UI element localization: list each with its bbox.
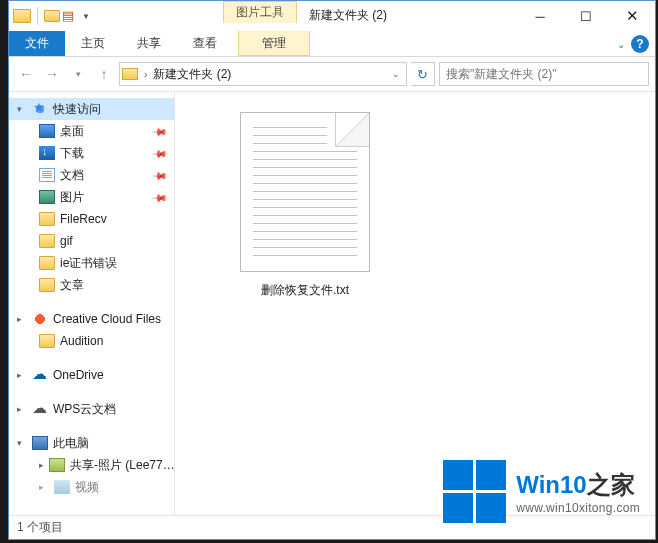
recent-dropdown[interactable]: ▾	[67, 63, 89, 85]
document-icon	[39, 168, 55, 182]
back-button[interactable]: ←	[15, 63, 37, 85]
item-count: 1 个项目	[17, 519, 63, 536]
file-tab[interactable]: 文件	[9, 31, 65, 56]
file-item[interactable]: 删除恢复文件.txt	[225, 112, 385, 299]
ribbon-expand-chevron[interactable]: ⌄	[617, 39, 625, 50]
pin-icon: 📌	[152, 145, 168, 161]
tree-creative-cloud[interactable]: ▸Creative Cloud Files	[9, 308, 174, 330]
pin-icon: 📌	[152, 189, 168, 205]
tree-label: 桌面	[60, 123, 84, 140]
tree-label: ie证书错误	[60, 255, 117, 272]
tree-label: 快速访问	[53, 101, 101, 118]
search-input[interactable]	[439, 62, 649, 86]
forward-button[interactable]: →	[41, 63, 63, 85]
manage-tab[interactable]: 管理	[238, 31, 310, 56]
tree-label: 图片	[60, 189, 84, 206]
maximize-button[interactable]: ☐	[563, 1, 609, 31]
ribbon: 文件 主页 共享 查看 管理 ⌄ ?	[9, 31, 655, 57]
folder-icon	[39, 256, 55, 270]
tree-label: OneDrive	[53, 368, 104, 382]
tree-label: 此电脑	[53, 435, 89, 452]
tree-wps[interactable]: ▸WPS云文档	[9, 398, 174, 420]
txt-file-icon	[240, 112, 370, 272]
file-name: 删除恢复文件.txt	[261, 282, 349, 299]
tree-label: FileRecv	[60, 212, 107, 226]
tree-label: WPS云文档	[53, 401, 116, 418]
tree-label: 视频	[75, 479, 99, 496]
tree-label: gif	[60, 234, 73, 248]
chevron-right-icon[interactable]: ▸	[17, 370, 27, 380]
qat-properties-button[interactable]	[44, 10, 60, 22]
tree-documents[interactable]: 文档📌	[9, 164, 174, 186]
home-tab[interactable]: 主页	[65, 31, 121, 56]
tree-label: Audition	[60, 334, 103, 348]
qat-customize-chevron[interactable]: ▼	[82, 12, 90, 21]
qat-separator	[37, 7, 38, 25]
titlebar: ▤ ▼ 图片工具 新建文件夹 (2) ─ ☐ ✕	[9, 1, 655, 31]
pc-icon	[32, 436, 48, 450]
tree-label: 共享-照片 (Lee77…	[70, 457, 175, 474]
tree-shared-photos[interactable]: ▸共享-照片 (Lee77…	[9, 454, 174, 476]
help-icon[interactable]: ?	[631, 35, 649, 53]
chevron-down-icon[interactable]: ▾	[17, 104, 27, 114]
folder-icon	[39, 334, 55, 348]
tree-iecert[interactable]: ie证书错误	[9, 252, 174, 274]
up-button[interactable]: ↑	[93, 63, 115, 85]
explorer-window: ▤ ▼ 图片工具 新建文件夹 (2) ─ ☐ ✕ 文件 主页 共享 查看 管理 …	[8, 0, 656, 540]
tree-label: 文章	[60, 277, 84, 294]
folder-icon	[39, 212, 55, 226]
video-icon	[54, 480, 70, 494]
close-button[interactable]: ✕	[609, 1, 655, 31]
share-tab[interactable]: 共享	[121, 31, 177, 56]
tree-desktop[interactable]: 桌面📌	[9, 120, 174, 142]
chevron-right-icon[interactable]: ▸	[17, 404, 27, 414]
app-icon[interactable]	[13, 9, 31, 23]
tree-label: Creative Cloud Files	[53, 312, 161, 326]
minimize-button[interactable]: ─	[517, 1, 563, 31]
onedrive-icon	[32, 368, 48, 382]
pin-icon: 📌	[152, 123, 168, 139]
watermark: Win10之家 www.win10xitong.com	[443, 460, 640, 523]
content-area[interactable]: 删除恢复文件.txt	[175, 92, 655, 515]
window-controls: ─ ☐ ✕	[517, 1, 655, 31]
breadcrumb-sep-icon[interactable]: ›	[144, 69, 147, 80]
star-icon	[32, 102, 48, 116]
tree-this-pc[interactable]: ▾此电脑	[9, 432, 174, 454]
shared-icon	[49, 458, 65, 472]
body: ▾快速访问 桌面📌 下载📌 文档📌 图片📌 FileRecv gif ie证书错…	[9, 92, 655, 515]
tree-quick-access[interactable]: ▾快速访问	[9, 98, 174, 120]
watermark-url: www.win10xitong.com	[516, 501, 640, 515]
address-bar[interactable]: › 新建文件夹 (2) ⌄	[119, 62, 407, 86]
creative-cloud-icon	[32, 312, 48, 326]
tree-filerecv[interactable]: FileRecv	[9, 208, 174, 230]
tree-pictures[interactable]: 图片📌	[9, 186, 174, 208]
chevron-right-icon[interactable]: ▸	[39, 460, 44, 470]
refresh-button[interactable]: ↻	[411, 62, 435, 86]
pin-icon: 📌	[152, 167, 168, 183]
qat-new-folder-button[interactable]: ▤	[62, 8, 78, 24]
desktop-icon	[39, 124, 55, 138]
address-dropdown-chevron[interactable]: ⌄	[388, 69, 404, 79]
address-folder-icon	[122, 68, 138, 80]
tree-audition[interactable]: Audition	[9, 330, 174, 352]
chevron-down-icon[interactable]: ▾	[17, 438, 27, 448]
breadcrumb-folder[interactable]: 新建文件夹 (2)	[153, 66, 231, 83]
navigation-pane[interactable]: ▾快速访问 桌面📌 下载📌 文档📌 图片📌 FileRecv gif ie证书错…	[9, 92, 175, 515]
tree-gif[interactable]: gif	[9, 230, 174, 252]
tree-downloads[interactable]: 下载📌	[9, 142, 174, 164]
folder-icon	[39, 234, 55, 248]
windows-logo-icon	[443, 460, 506, 523]
tree-video[interactable]: ▸视频	[9, 476, 174, 498]
view-tab[interactable]: 查看	[177, 31, 233, 56]
chevron-right-icon[interactable]: ▸	[39, 482, 49, 492]
download-icon	[39, 146, 55, 160]
tree-articles[interactable]: 文章	[9, 274, 174, 296]
tree-onedrive[interactable]: ▸OneDrive	[9, 364, 174, 386]
window-title: 新建文件夹 (2)	[309, 7, 387, 24]
tree-label: 文档	[60, 167, 84, 184]
folder-icon	[39, 278, 55, 292]
navigation-bar: ← → ▾ ↑ › 新建文件夹 (2) ⌄ ↻	[9, 57, 655, 92]
wps-icon	[32, 402, 48, 416]
tree-label: 下载	[60, 145, 84, 162]
chevron-right-icon[interactable]: ▸	[17, 314, 27, 324]
